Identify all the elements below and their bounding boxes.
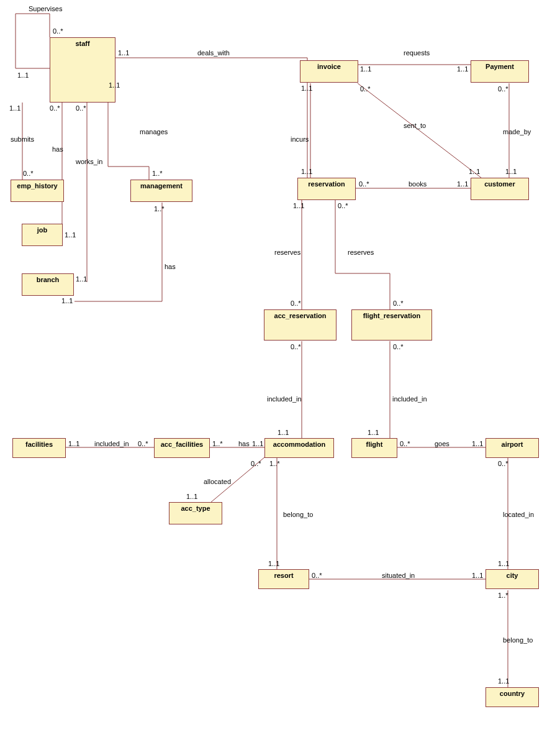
entity-acc-facilities[interactable]: acc_facilities [154, 438, 210, 458]
entity-label: acc_reservation [274, 312, 327, 319]
mult-hasjob-dst: 1..1 [65, 231, 76, 239]
mult-supervises-dst: 1..1 [17, 71, 29, 79]
label-incurs: incurs [291, 135, 309, 143]
label-deals-with: deals_with [197, 49, 230, 57]
entity-flight-reservation[interactable]: flight_reservation [351, 309, 432, 341]
entity-customer[interactable]: customer [471, 178, 529, 200]
mult-alloc-dst: 1..1 [186, 493, 197, 500]
entity-label: management [140, 182, 183, 190]
label-supervises: Supervises [29, 5, 62, 12]
entity-flight[interactable]: flight [351, 438, 397, 458]
entity-job[interactable]: job [22, 224, 63, 246]
mult-made-dst: 1..1 [505, 168, 517, 175]
mult-resf-src: 0..* [338, 202, 348, 209]
entity-country[interactable]: country [485, 687, 539, 707]
mult-books-src: 0..* [359, 180, 369, 188]
entity-facilities[interactable]: facilities [12, 438, 66, 458]
mult-facchas-dst: 1..1 [252, 440, 263, 447]
label-submits: submits [11, 135, 34, 143]
mult-hasjob-src: 0..* [50, 104, 60, 112]
mult-belc-dst: 1..1 [498, 677, 509, 685]
entity-label: staff [75, 40, 89, 47]
mult-goes-src: 0..* [400, 440, 410, 447]
mult-incurs-src: 1..1 [301, 85, 312, 92]
label-allocated: allocated [204, 478, 231, 485]
entity-label: flight_reservation [363, 312, 420, 319]
label-included-in2: included_in [392, 395, 427, 403]
mult-alloc-src: 0..* [251, 460, 261, 467]
label-reserves2: reserves [348, 249, 374, 256]
label-has1: has [52, 145, 63, 153]
mult-belc-src: 1..* [498, 592, 508, 599]
entity-payment[interactable]: Payment [471, 60, 529, 83]
label-books: books [409, 180, 427, 188]
label-belong-to1: belong_to [283, 511, 313, 518]
mult-incf-src: 0..* [393, 343, 404, 350]
mult-facinc-dst: 0..* [138, 440, 148, 447]
entity-label: facilities [25, 441, 53, 448]
label-reserves1: reserves [274, 249, 300, 256]
mult-requests-src: 1..1 [360, 65, 371, 73]
mult-incf-dst: 1..1 [368, 429, 379, 436]
mult-submits-src: 1..1 [9, 104, 20, 112]
entity-airport[interactable]: airport [485, 438, 539, 458]
label-has2: has [165, 263, 176, 270]
label-belong-to2: belong_to [503, 636, 533, 644]
entity-management[interactable]: management [130, 180, 192, 202]
label-located-in: located_in [503, 511, 534, 518]
entity-label: flight [366, 441, 383, 448]
mult-mhb-dst: 1..1 [61, 297, 73, 304]
entity-branch[interactable]: branch [22, 273, 74, 296]
entity-staff[interactable]: staff [50, 37, 115, 103]
entity-emp-history[interactable]: emp_history [11, 180, 64, 202]
label-sent-to: sent_to [404, 122, 426, 129]
mult-facchas-src: 1..* [212, 440, 223, 447]
entity-label: emp_history [17, 182, 57, 190]
mult-resf-dst: 0..* [393, 300, 404, 307]
mult-deals-src: 1..1 [118, 49, 129, 57]
entity-label: airport [502, 441, 523, 448]
entity-acc-type[interactable]: acc_type [169, 502, 222, 524]
entity-label: accommodation [273, 441, 325, 448]
entity-label: resort [274, 572, 293, 579]
edges-layer [0, 0, 560, 750]
mult-made-src: 0..* [498, 85, 508, 93]
mult-mhb-src: 1..* [154, 205, 165, 213]
entity-label: acc_facilities [161, 441, 204, 448]
entity-resort[interactable]: resort [258, 569, 309, 589]
label-included-in1: included_in [267, 395, 302, 403]
mult-loc-src: 0..* [498, 460, 508, 467]
entity-label: country [500, 690, 525, 697]
label-made-by: made_by [503, 128, 531, 135]
mult-belres-src: 1..* [269, 460, 280, 467]
label-has3: has [238, 440, 250, 447]
mult-loc-dst: 1..1 [498, 560, 509, 567]
svg-line-16 [358, 83, 481, 178]
entity-invoice[interactable]: invoice [300, 60, 358, 83]
mult-requests-dst: 1..1 [457, 65, 468, 73]
label-works-in: works_in [76, 158, 102, 165]
mult-goes-dst: 1..1 [472, 440, 483, 447]
entity-label: Payment [485, 63, 514, 70]
entity-label: reservation [308, 180, 345, 188]
label-situated-in: situated_in [382, 572, 415, 579]
mult-sit-dst: 1..1 [472, 572, 483, 579]
entity-reservation[interactable]: reservation [297, 178, 356, 200]
entity-label: job [37, 226, 48, 234]
entity-accommodation[interactable]: accommodation [264, 438, 334, 458]
mult-supervises-src: 0..* [53, 27, 63, 35]
mult-belres-dst: 1..1 [268, 560, 279, 567]
mult-resa-src: 1..1 [293, 202, 304, 209]
mult-resa-dst: 0..* [291, 300, 301, 307]
label-manages: manages [140, 128, 168, 135]
entity-label: acc_type [181, 505, 210, 512]
mult-incacc-src: 0..* [291, 343, 301, 350]
label-goes: goes [435, 440, 449, 447]
entity-city[interactable]: city [485, 569, 539, 589]
mult-sent-dst: 1..1 [469, 168, 480, 175]
label-included-in3: included_in [94, 440, 129, 447]
mult-incurs-dst: 1..1 [301, 168, 312, 175]
mult-mng-dst: 1..* [152, 170, 163, 177]
entity-acc-reservation[interactable]: acc_reservation [264, 309, 336, 341]
mult-works-src: 0..* [76, 104, 86, 112]
